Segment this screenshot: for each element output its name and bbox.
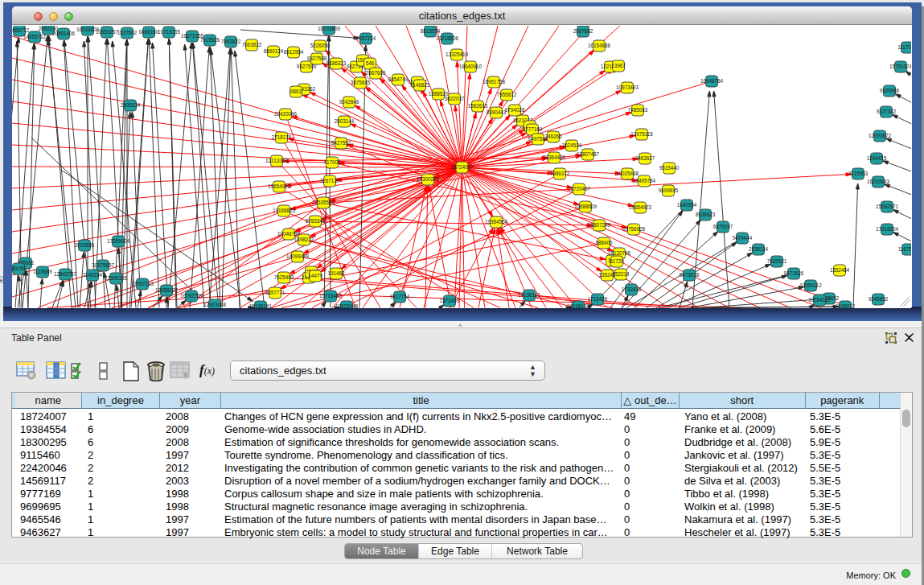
svg-text:9327508: 9327508 (307, 56, 327, 61)
svg-text:10654112: 10654112 (799, 282, 822, 288)
svg-text:1117053: 1117053 (897, 44, 911, 50)
svg-text:8454749: 8454749 (388, 76, 409, 82)
svg-text:6879197: 6879197 (713, 224, 733, 229)
svg-text:20691406: 20691406 (52, 31, 76, 36)
svg-text:15720407: 15720407 (568, 186, 591, 192)
svg-text:9861: 9861 (290, 89, 302, 94)
svg-text:3822037: 3822037 (445, 96, 465, 101)
svg-text:10958127: 10958127 (155, 287, 179, 293)
svg-text:12842737: 12842737 (54, 271, 77, 277)
svg-text:9329966: 9329966 (880, 88, 900, 93)
svg-text:7386372: 7386372 (550, 171, 570, 176)
svg-text:19654923: 19654923 (629, 204, 652, 210)
svg-text:9146821: 9146821 (410, 82, 430, 88)
svg-text:9245652: 9245652 (869, 296, 889, 302)
svg-text:18300295: 18300295 (417, 176, 440, 182)
svg-text:20364436: 20364436 (543, 154, 566, 160)
svg-text:12093872: 12093872 (869, 133, 892, 138)
svg-text:988406: 988406 (595, 240, 613, 245)
svg-text:3624534: 3624534 (562, 142, 582, 148)
svg-text:30975857: 30975857 (92, 262, 115, 268)
svg-text:2055712: 2055712 (12, 27, 30, 33)
svg-text:8783342: 8783342 (306, 218, 326, 224)
svg-text:2803144: 2803144 (335, 118, 355, 124)
svg-text:9515440: 9515440 (659, 165, 680, 171)
svg-text:10973493: 10973493 (616, 84, 639, 90)
svg-text:9817754: 9817754 (390, 294, 410, 299)
svg-text:7955812: 7955812 (497, 92, 517, 97)
svg-text:1715426: 1715426 (588, 296, 608, 302)
svg-text:22420046: 22420046 (274, 111, 298, 117)
svg-text:1244415: 1244415 (867, 155, 887, 161)
svg-text:7632621: 7632621 (767, 258, 787, 264)
svg-text:8473038: 8473038 (680, 272, 700, 278)
svg-text:12213369: 12213369 (265, 158, 289, 163)
svg-text:19218506: 19218506 (436, 35, 459, 41)
svg-text:9699695: 9699695 (659, 187, 679, 193)
svg-text:1167534: 1167534 (898, 246, 911, 252)
svg-text:8912954: 8912954 (284, 49, 304, 55)
svg-text:8471626: 8471626 (784, 270, 804, 276)
svg-text:746266: 746266 (544, 134, 562, 139)
svg-text:5226058: 5226058 (310, 43, 331, 48)
svg-text:1498222: 1498222 (294, 237, 314, 242)
svg-text:9463627: 9463627 (635, 155, 655, 161)
svg-text:9242848: 9242848 (339, 99, 359, 105)
svg-text:18120746: 18120746 (608, 250, 631, 256)
svg-text:3215953: 3215953 (848, 171, 869, 176)
svg-text:15751074: 15751074 (889, 64, 911, 69)
svg-text:14479: 14479 (308, 273, 322, 278)
svg-text:14136181: 14136181 (518, 292, 541, 298)
svg-text:6794028: 6794028 (505, 107, 525, 113)
svg-text:1733426: 1733426 (622, 286, 642, 292)
svg-text:8660124: 8660124 (264, 48, 284, 54)
svg-text:2935114: 2935114 (749, 246, 769, 252)
svg-text:14099489: 14099489 (286, 253, 310, 259)
svg-text:16210643: 16210643 (867, 179, 890, 184)
svg-text:16495784: 16495784 (633, 178, 656, 183)
svg-text:417006: 417006 (323, 159, 341, 165)
svg-text:7357224: 7357224 (356, 35, 376, 41)
svg-text:17359924: 17359924 (107, 238, 130, 244)
svg-text:1527602: 1527602 (117, 30, 138, 35)
svg-text:252214: 252214 (612, 271, 630, 277)
svg-text:546: 546 (366, 60, 375, 66)
svg-text:10046788: 10046788 (277, 231, 301, 237)
svg-text:12505135: 12505135 (105, 275, 128, 281)
svg-text:16033809: 16033809 (318, 26, 341, 31)
svg-text:15136141: 15136141 (249, 303, 273, 308)
svg-text:17016504: 17016504 (876, 226, 899, 232)
svg-text:3267130: 3267130 (320, 178, 340, 183)
svg-text:2905334: 2905334 (121, 102, 141, 108)
svg-text:191462: 191462 (327, 270, 345, 276)
svg-text:7485063: 7485063 (628, 107, 648, 113)
svg-text:2867608: 2867608 (366, 70, 386, 76)
svg-text:18724007: 18724007 (450, 164, 474, 170)
svg-text:13535594: 13535594 (312, 200, 335, 205)
svg-text:39159: 39159 (12, 266, 26, 271)
svg-text:51720: 51720 (610, 258, 624, 264)
svg-text:16154838: 16154838 (588, 43, 611, 48)
svg-text:8427552: 8427552 (331, 140, 351, 146)
svg-text:9474444: 9474444 (733, 235, 753, 241)
svg-text:2087682: 2087682 (573, 28, 593, 34)
svg-text:16196183: 16196183 (567, 303, 590, 308)
svg-text:16961758: 16961758 (483, 79, 506, 84)
svg-text:6466160: 6466160 (139, 29, 159, 35)
svg-text:8186323: 8186323 (326, 60, 347, 66)
svg-text:18640910: 18640910 (459, 64, 483, 69)
svg-text:8990443: 8990443 (487, 109, 507, 115)
svg-text:8938923: 8938923 (696, 212, 716, 217)
svg-text:10653267: 10653267 (96, 29, 119, 35)
svg-text:19166825: 19166825 (273, 208, 296, 213)
svg-text:2020655: 2020655 (75, 242, 95, 248)
svg-text:15716485: 15716485 (319, 293, 343, 299)
svg-text:3875685: 3875685 (351, 80, 371, 85)
svg-text:2718176: 2718176 (272, 134, 292, 140)
svg-text:1640954: 1640954 (677, 202, 697, 208)
svg-text:7625402: 7625402 (274, 274, 294, 280)
svg-text:19654923: 19654923 (268, 183, 291, 189)
svg-text:1562615: 1562615 (468, 103, 488, 109)
svg-text:10054112: 10054112 (808, 297, 831, 303)
svg-text:9657771: 9657771 (265, 290, 285, 295)
